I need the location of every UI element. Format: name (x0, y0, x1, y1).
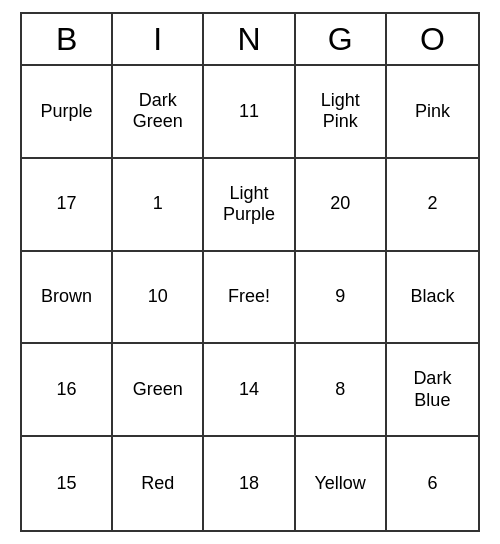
bingo-cell-7: LightPurple (204, 159, 295, 252)
bingo-cell-4: Pink (387, 66, 478, 159)
bingo-cell-6: 1 (113, 159, 204, 252)
bingo-cell-11: 10 (113, 252, 204, 345)
bingo-cell-2: 11 (204, 66, 295, 159)
bingo-cell-15: 16 (22, 344, 113, 437)
bingo-cell-9: 2 (387, 159, 478, 252)
bingo-header: B I N G O (20, 12, 480, 66)
bingo-cell-20: 15 (22, 437, 113, 530)
bingo-cell-17: 14 (204, 344, 295, 437)
bingo-card: B I N G O PurpleDarkGreen11LightPinkPink… (20, 12, 480, 532)
bingo-cell-21: Red (113, 437, 204, 530)
bingo-cell-18: 8 (296, 344, 387, 437)
bingo-cell-8: 20 (296, 159, 387, 252)
bingo-cell-0: Purple (22, 66, 113, 159)
bingo-cell-16: Green (113, 344, 204, 437)
bingo-cell-23: Yellow (296, 437, 387, 530)
bingo-cell-24: 6 (387, 437, 478, 530)
bingo-cell-22: 18 (204, 437, 295, 530)
header-g: G (296, 14, 387, 66)
bingo-cell-3: LightPink (296, 66, 387, 159)
bingo-cell-12: Free! (204, 252, 295, 345)
header-b: B (22, 14, 113, 66)
header-o: O (387, 14, 478, 66)
bingo-cell-5: 17 (22, 159, 113, 252)
bingo-cell-1: DarkGreen (113, 66, 204, 159)
bingo-cell-13: 9 (296, 252, 387, 345)
header-n: N (204, 14, 295, 66)
bingo-cell-10: Brown (22, 252, 113, 345)
bingo-cell-14: Black (387, 252, 478, 345)
header-i: I (113, 14, 204, 66)
bingo-cell-19: DarkBlue (387, 344, 478, 437)
bingo-grid: PurpleDarkGreen11LightPinkPink171LightPu… (20, 66, 480, 532)
